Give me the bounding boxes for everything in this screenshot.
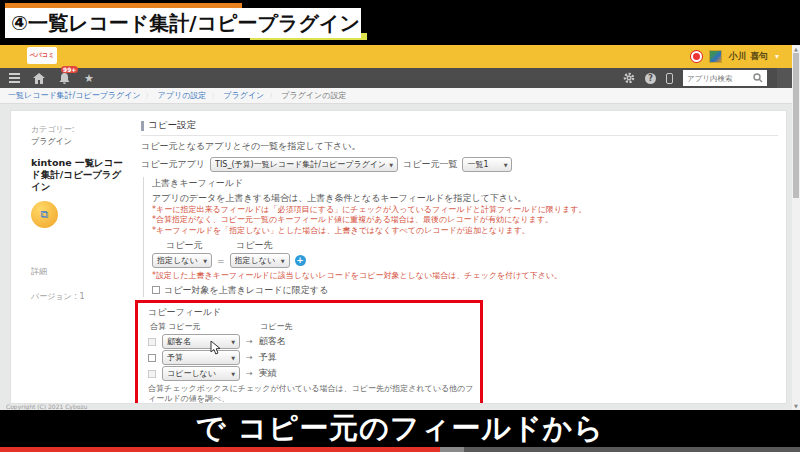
video-title-box: ④一覧レコード集計/コピープラグイン	[5, 8, 361, 38]
arrow-right-icon: →	[246, 337, 253, 346]
search-icon[interactable]	[753, 73, 763, 83]
sum-desc-1: 合算チェックボックスにチェックが付いている場合は、コピー先が指定されている他のフ…	[148, 384, 474, 403]
logo-text: ペパコミ	[30, 51, 55, 60]
star-icon[interactable]: ★	[83, 72, 95, 84]
sum-checkbox[interactable]	[148, 370, 156, 378]
limit-checkbox-row: コピー対象を上書きレコードに限定する	[152, 284, 778, 297]
plugin-settings-page: カテゴリー: プラグイン kintone 一覧レコード集計/コピープラグイン ⧉…	[0, 104, 797, 410]
copy-fields-highlight-box: コピーフィールド 合算 コピー元 コピー先 顧客名 ▼	[135, 300, 483, 403]
overwrite-key-title: 上書きキーフィールド	[152, 177, 778, 190]
search-input[interactable]	[687, 74, 753, 83]
toolbar-corner	[777, 68, 793, 88]
copy-fields-title: コピーフィールド	[148, 306, 474, 319]
category-label: カテゴリー:	[31, 124, 127, 135]
overwrite-key-group: 上書きキーフィールド アプリのデータを上書きする場合は、上書き条件となるキーフィ…	[143, 177, 778, 297]
copy-field-row: 顧客名 ▼ → 顧客名	[148, 334, 474, 350]
src-list-select[interactable]: 一覧1 ▼	[462, 157, 512, 172]
kintone-toolbar: 99+ ★ ?	[0, 68, 797, 88]
key-dst-select[interactable]: 指定しない ▼	[230, 253, 290, 268]
settings-panel: カテゴリー: プラグイン kintone 一覧レコード集計/コピープラグイン ⧉…	[10, 110, 787, 404]
section-header: コピー設定	[141, 119, 778, 136]
pepacomi-logo[interactable]: ペパコミ	[27, 47, 57, 64]
dropdown-arrow-icon: ▼	[203, 258, 207, 264]
overwrite-note-2: *合算指定がなく、コピー元一覧のキーフィールド値に重複がある場合は、最後のレコー…	[152, 215, 778, 225]
record-icon[interactable]	[691, 51, 702, 62]
breadcrumb-plugin-settings: プラグインの設定	[281, 90, 346, 101]
copy-field-row: 予算 ▼ → 予算	[148, 350, 474, 366]
dropdown-arrow-icon: ▼	[281, 258, 285, 264]
mobile-device-icon[interactable]	[666, 73, 673, 84]
section-accent-bar	[141, 121, 144, 131]
arrow-right-icon: →	[246, 369, 253, 378]
notification-badge: 99+	[61, 66, 78, 73]
plugin-icon: ⧉	[31, 201, 58, 228]
field-dst-value: 実績	[259, 367, 277, 380]
limit-checkbox[interactable]	[152, 286, 160, 294]
mouse-cursor-icon	[210, 341, 222, 355]
copy-fields-headers: 合算 コピー元 コピー先	[148, 321, 474, 332]
copy-source-app-row: コピー元アプリ TIS_(予算)一覧レコード集計/コピープラグイン ▼ コピー元…	[141, 157, 778, 172]
version-label: バージョン : 1	[31, 291, 127, 302]
sum-checkbox[interactable]	[148, 338, 156, 346]
field-src-select[interactable]: コピーしない ▼	[162, 366, 240, 381]
category-value: プラグイン	[31, 136, 127, 147]
col-sum: 合算	[150, 321, 168, 332]
caption-bar: で コピー元のフィールドから	[0, 410, 800, 447]
breadcrumb-separator: 〉	[211, 91, 218, 101]
kintone-header: ペパコミ 小川 喜句 ▾	[0, 45, 797, 68]
breadcrumb-plugin[interactable]: プラグイン	[223, 90, 264, 101]
dropdown-arrow-icon: ▼	[231, 355, 235, 361]
sum-checkbox[interactable]	[148, 354, 156, 362]
gear-icon[interactable]	[623, 72, 635, 84]
field-src-select[interactable]: 顧客名 ▼	[162, 334, 240, 349]
col-src: コピー元	[168, 321, 260, 332]
hamburger-menu-icon[interactable]	[8, 72, 20, 84]
scrollbar-thumb[interactable]	[793, 53, 799, 198]
key-src-select[interactable]: 指定しない ▼	[152, 253, 212, 268]
src-app-select[interactable]: TIS_(予算)一覧レコード集計/コピープラグイン ▼	[210, 157, 398, 172]
intro-text: コピー元となるアプリとその一覧を指定して下さい。	[141, 140, 778, 153]
breadcrumb-separator: 〉	[269, 91, 276, 101]
help-icon[interactable]: ?	[645, 73, 656, 84]
breadcrumb-app-settings[interactable]: アプリの設定	[158, 90, 207, 101]
col-dst: コピー先	[260, 321, 320, 332]
breadcrumb-separator: 〉	[146, 91, 153, 101]
equals-glyph: =	[217, 256, 225, 266]
key-src-col: コピー元	[166, 239, 236, 252]
plugin-sidebar: カテゴリー: プラグイン kintone 一覧レコード集計/コピープラグイン ⧉…	[11, 111, 133, 403]
home-icon[interactable]	[33, 72, 45, 84]
user-name[interactable]: 小川 喜句	[729, 50, 768, 63]
browser-scrollbar[interactable]: ▲ ▼	[792, 45, 800, 410]
avatar[interactable]	[709, 50, 722, 63]
field-src-select[interactable]: 予算 ▼	[162, 350, 240, 365]
key-column-headers: コピー元 コピー先	[152, 239, 778, 252]
src-app-label: コピー元アプリ	[141, 158, 205, 171]
copy-field-row: コピーしない ▼ → 実績	[148, 366, 474, 382]
dropdown-arrow-icon: ▼	[504, 162, 508, 168]
dropdown-arrow-icon: ▼	[231, 371, 235, 377]
add-key-button[interactable]: +	[295, 255, 306, 266]
field-dst-value: 顧客名	[259, 335, 286, 348]
scroll-down-icon[interactable]: ▼	[792, 403, 800, 409]
subtitle-text: で コピー元のフィールドから	[196, 409, 604, 449]
limit-note: *設定した上書きキーフィールドに該当しないレコードをコピー対象としない場合は、チ…	[152, 271, 778, 281]
dropdown-arrow-icon: ▼	[231, 339, 235, 345]
scroll-up-icon[interactable]: ▲	[792, 46, 800, 52]
breadcrumb-app[interactable]: 一覧レコード集計/コピープラグイン	[8, 90, 141, 101]
field-dst-value: 予算	[259, 351, 277, 364]
detail-link[interactable]: 詳細	[31, 266, 127, 277]
arrow-right-icon: →	[246, 353, 253, 362]
copy-settings-form: コピー設定 コピー元となるアプリとその一覧を指定して下さい。 コピー元アプリ T…	[133, 111, 786, 403]
video-title: ④一覧レコード集計/コピープラグイン	[11, 10, 360, 37]
dropdown-arrow-icon: ▼	[389, 162, 393, 168]
notification-bell-icon[interactable]: 99+	[58, 72, 70, 84]
app-search-box	[683, 70, 767, 86]
limit-checkbox-label: コピー対象を上書きレコードに限定する	[164, 284, 328, 297]
key-select-row: 指定しない ▼ = 指定しない ▼ +	[152, 253, 778, 268]
video-frame: ④一覧レコード集計/コピープラグイン ペパコミ 小川 喜句 ▾	[0, 0, 800, 452]
progress-played	[0, 447, 440, 452]
key-dst-col: コピー先	[236, 239, 306, 252]
overwrite-note-1: *キーに指定出来るフィールドは「必須項目にする」にチェックが入っているフィールド…	[152, 205, 778, 215]
chevron-down-icon[interactable]: ▾	[775, 52, 779, 61]
video-progress-bar[interactable]	[0, 447, 800, 452]
